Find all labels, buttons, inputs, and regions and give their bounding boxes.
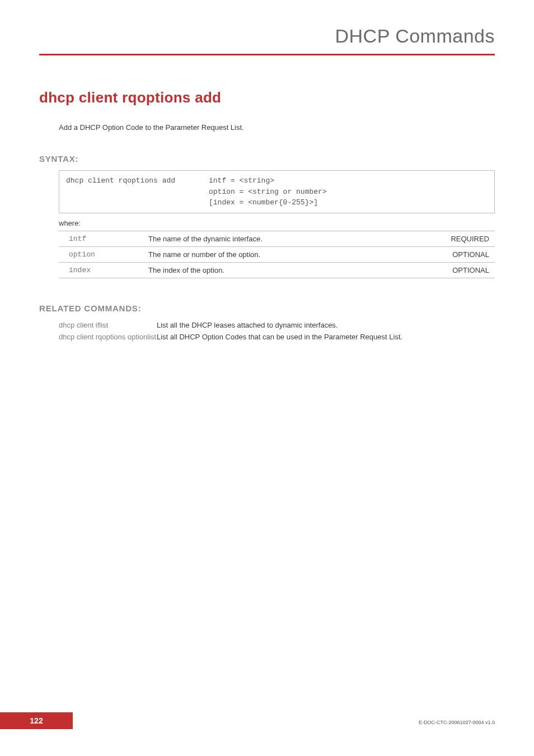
command-description: Add a DHCP Option Code to the Parameter …: [59, 123, 495, 132]
table-row: intf The name of the dynamic interface. …: [59, 231, 495, 246]
param-required: OPTIONAL: [433, 246, 495, 262]
parameters-table: intf The name of the dynamic interface. …: [59, 231, 495, 278]
param-name: intf: [59, 231, 143, 246]
syntax-command: dhcp client rqoptions add: [66, 175, 209, 208]
syntax-row: dhcp client rqoptions add intf = <string…: [66, 175, 488, 208]
param-required: OPTIONAL: [433, 262, 495, 278]
syntax-args: intf = <string> option = <string or numb…: [209, 175, 488, 208]
related-name: dhcp client iflist: [59, 321, 157, 329]
param-name: option: [59, 246, 143, 262]
page-footer: 122 E-DOC-CTC-20061027-0004 v1.0: [0, 712, 534, 729]
document-id: E-DOC-CTC-20061027-0004 v1.0: [419, 720, 495, 725]
related-heading: RELATED COMMANDS:: [39, 304, 495, 313]
param-name: index: [59, 262, 143, 278]
param-desc: The name of the dynamic interface.: [143, 231, 433, 246]
page-number-badge: 122: [0, 712, 73, 729]
syntax-box: dhcp client rqoptions add intf = <string…: [59, 170, 495, 213]
related-row: dhcp client iflist List all the DHCP lea…: [59, 321, 495, 329]
related-desc: List all the DHCP leases attached to dyn…: [157, 321, 495, 329]
syntax-arg: intf = <string>: [209, 175, 488, 186]
related-desc: List all DHCP Option Codes that can be u…: [157, 333, 495, 341]
header-rule: [39, 54, 495, 55]
param-desc: The name or number of the option.: [143, 246, 433, 262]
param-desc: The index of the option.: [143, 262, 433, 278]
syntax-heading: SYNTAX:: [39, 154, 495, 164]
related-commands: dhcp client iflist List all the DHCP lea…: [59, 321, 495, 341]
related-name: dhcp client rqoptions optionlist: [59, 333, 157, 341]
table-row: option The name or number of the option.…: [59, 246, 495, 262]
page-header-title: DHCP Commands: [39, 25, 495, 47]
syntax-arg: option = <string or number>: [209, 186, 488, 198]
command-title: dhcp client rqoptions add: [39, 89, 495, 106]
param-required: REQUIRED: [433, 231, 495, 246]
syntax-arg: [index = <number{0-255}>]: [209, 197, 488, 208]
table-row: index The index of the option. OPTIONAL: [59, 262, 495, 278]
where-label: where:: [59, 219, 495, 227]
page: DHCP Commands dhcp client rqoptions add …: [0, 0, 534, 756]
related-row: dhcp client rqoptions optionlist List al…: [59, 333, 495, 341]
